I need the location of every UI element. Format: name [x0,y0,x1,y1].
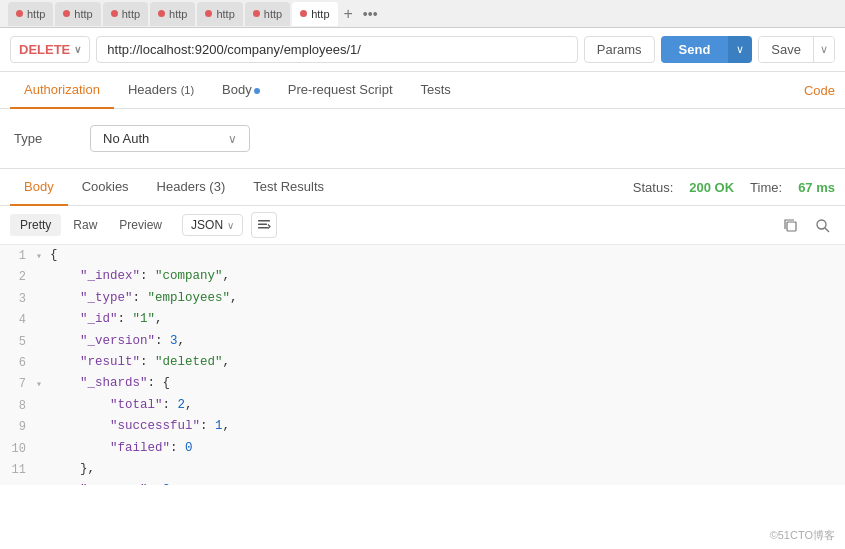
response-tab-headers[interactable]: Headers (3) [143,169,240,206]
response-status: Status: 200 OK Time: 67 ms [633,180,835,195]
tab-4[interactable]: http [197,2,242,26]
line-expand-icon [36,331,50,334]
tab-3[interactable]: http [150,2,195,26]
code-area: 1▾{2 "_index": "company",3 "_type": "emp… [0,245,845,485]
tab-1[interactable]: http [55,2,100,26]
resp-tab-badge: (3) [209,179,225,194]
line-content: "successful": 1, [50,416,845,437]
tab-dot [63,10,70,17]
tab-dot [111,10,118,17]
line-expand-icon [36,395,50,398]
tab-dot [253,10,260,17]
code-line: 2 "_index": "company", [0,266,845,287]
copy-icon [783,218,798,233]
line-number: 5 [0,331,36,352]
svg-rect-3 [787,222,796,231]
search-icon [815,218,830,233]
svg-point-4 [817,220,826,229]
tab-6[interactable]: http [292,2,337,26]
format-tab-preview[interactable]: Preview [109,214,172,236]
wrap-button[interactable] [251,212,277,238]
line-expand-icon[interactable]: ▾ [36,373,50,393]
syntax-label: JSON [191,218,223,232]
code-line: 10 "failed": 0 [0,438,845,459]
code-line: 8 "total": 2, [0,395,845,416]
wrap-icon [257,218,271,232]
line-content: }, [50,459,845,480]
line-expand-icon [36,459,50,462]
line-number: 8 [0,395,36,416]
auth-section: Type No Auth ∨ [0,109,845,169]
tab-dot [300,10,307,17]
auth-select-chevron-icon: ∨ [228,132,237,146]
svg-rect-0 [258,220,270,222]
send-button[interactable]: Send [661,36,729,63]
format-tab-pretty[interactable]: Pretty [10,214,61,236]
response-tab-body[interactable]: Body [10,169,68,206]
line-number: 9 [0,416,36,437]
more-tabs-button[interactable]: ••• [359,6,382,22]
line-expand-icon[interactable]: ▾ [36,245,50,265]
syntax-select[interactable]: JSON ∨ [182,214,243,236]
code-line: 3 "_type": "employees", [0,288,845,309]
response-tab-test results[interactable]: Test Results [239,169,338,206]
response-header: BodyCookiesHeaders (3)Test Results Statu… [0,169,845,206]
save-button[interactable]: Save [759,37,813,62]
line-number: 7 [0,373,36,394]
search-button[interactable] [809,212,835,238]
tab-dot-indicator [254,88,260,94]
request-tab-tests[interactable]: Tests [407,72,465,109]
watermark: ©51CTO博客 [770,528,835,543]
response-actions [777,212,835,238]
code-line: 12 "_seq_no": 2, [0,480,845,485]
auth-type-label: Type [14,131,74,146]
line-expand-icon [36,309,50,312]
request-tab-headers[interactable]: Headers (1) [114,72,208,109]
tab-dot [205,10,212,17]
line-number: 1 [0,245,36,266]
request-tab-body[interactable]: Body [208,72,274,109]
line-content: "_version": 3, [50,331,845,352]
response-tab-cookies[interactable]: Cookies [68,169,143,206]
code-line: 6 "result": "deleted", [0,352,845,373]
tab-2[interactable]: http [103,2,148,26]
line-number: 2 [0,266,36,287]
method-label: DELETE [19,42,70,57]
code-link[interactable]: Code [804,83,835,98]
tab-5[interactable]: http [245,2,290,26]
line-number: 3 [0,288,36,309]
line-content: "total": 2, [50,395,845,416]
params-button[interactable]: Params [584,36,655,63]
copy-button[interactable] [777,212,803,238]
send-dropdown-button[interactable]: ∨ [728,36,752,63]
save-button-group: Save ∨ [758,36,835,63]
line-content: "result": "deleted", [50,352,845,373]
line-number: 4 [0,309,36,330]
method-chevron-icon: ∨ [74,44,81,55]
line-content: "failed": 0 [50,438,845,459]
request-tab-authorization[interactable]: Authorization [10,72,114,109]
url-input[interactable] [96,36,577,63]
tab-0[interactable]: http [8,2,53,26]
tab-label: http [264,8,282,20]
code-line: 11 }, [0,459,845,480]
syntax-chevron-icon: ∨ [227,220,234,231]
auth-type-select[interactable]: No Auth ∨ [90,125,250,152]
url-bar: DELETE ∨ Params Send ∨ Save ∨ [0,28,845,72]
svg-rect-1 [258,224,267,226]
tab-badge: (1) [181,84,194,96]
line-content: "_type": "employees", [50,288,845,309]
save-dropdown-button[interactable]: ∨ [813,37,834,62]
new-tab-button[interactable]: + [340,6,357,22]
line-number: 6 [0,352,36,373]
tab-label: http [122,8,140,20]
auth-type-value: No Auth [103,131,149,146]
tab-dot [158,10,165,17]
code-line: 9 "successful": 1, [0,416,845,437]
method-select[interactable]: DELETE ∨ [10,36,90,63]
format-tab-raw[interactable]: Raw [63,214,107,236]
line-content: "_seq_no": 2, [50,480,845,485]
line-content: "_id": "1", [50,309,845,330]
tab-bar: httphttphttphttphttphttphttp + ••• [0,0,845,28]
request-tab-pre-request-script[interactable]: Pre-request Script [274,72,407,109]
